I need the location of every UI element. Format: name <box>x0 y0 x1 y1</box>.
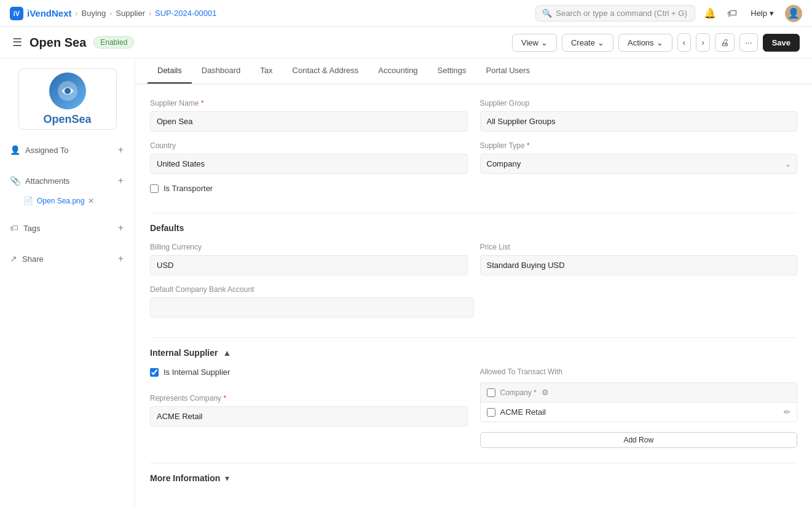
brand-icon: iV <box>10 7 23 20</box>
supplier-name-label: Supplier Name * <box>150 99 468 108</box>
is-internal-supplier-row: Is Internal Supplier <box>150 367 468 377</box>
supplier-type-value: Company <box>487 159 521 168</box>
billing-currency-label: Billing Currency <box>150 243 468 251</box>
supplier-name-group-row: Supplier Name * Supplier Group <box>150 99 797 132</box>
transact-header-checkbox[interactable] <box>487 388 495 397</box>
more-button[interactable]: ··· <box>739 33 758 52</box>
internal-supplier-row: Is Internal Supplier Represents Company … <box>150 367 797 448</box>
tags-button[interactable]: 🏷 <box>725 6 739 22</box>
country-input[interactable] <box>150 154 468 174</box>
more-info-title: More Information <box>150 473 220 483</box>
share-icon: ↗ <box>10 254 17 264</box>
more-info-collapse-icon[interactable]: ▾ <box>225 473 229 483</box>
page-title: Open Sea <box>30 36 86 50</box>
supplier-name-input[interactable] <box>150 111 468 132</box>
tab-dashboard[interactable]: Dashboard <box>192 58 251 84</box>
person-icon: 👤 <box>10 145 20 155</box>
internal-supplier-collapse-icon[interactable]: ▲ <box>223 348 231 358</box>
sidebar-tags-left: 🏷 Tags <box>10 223 40 233</box>
form-content: Supplier Name * Supplier Group Country <box>135 84 812 507</box>
sidebar-attachments-left: 📎 Attachments <box>10 176 69 186</box>
is-transporter-row: Is Transporter <box>150 184 797 193</box>
supplier-type-group: Supplier Type * Company ⌄ <box>480 141 798 174</box>
internal-supplier-title: Internal Supplier ▲ <box>150 348 797 358</box>
view-button[interactable]: View ⌄ <box>512 34 557 52</box>
add-attachment-button[interactable]: + <box>117 174 125 187</box>
search-bar[interactable]: 🔍 Search or type a command (Ctrl + G) <box>535 5 695 22</box>
supplier-type-select[interactable]: Company <box>480 154 798 174</box>
sidebar: OpenSea 👤 Assigned To + 📎 Attachments + <box>0 58 135 507</box>
breadcrumb-current: SUP-2024-00001 <box>155 9 216 18</box>
transact-acme-label: ACME Retail <box>500 407 546 417</box>
remove-attachment-button[interactable]: ✕ <box>88 197 94 205</box>
more-information-section[interactable]: More Information ▾ <box>150 473 797 483</box>
supplier-group-label: Supplier Group <box>480 99 798 108</box>
breadcrumb-supplier[interactable]: Supplier <box>116 9 145 18</box>
add-assigned-button[interactable]: + <box>117 143 125 157</box>
tab-contact-address[interactable]: Contact & Address <box>283 58 369 84</box>
save-label: Save <box>772 38 790 47</box>
brand-logo[interactable]: iV iVendNext <box>10 7 72 20</box>
help-label: Help <box>751 9 767 18</box>
print-button[interactable]: 🖨 <box>715 33 735 52</box>
create-label: Create <box>571 38 595 47</box>
view-label: View <box>521 38 538 47</box>
add-row-button[interactable]: Add Row <box>480 432 798 448</box>
topnav-right: 🔍 Search or type a command (Ctrl + G) 🔔 … <box>535 5 802 22</box>
bank-account-label: Default Company Bank Account <box>150 285 474 294</box>
represents-company-group: Represents Company * <box>150 394 468 426</box>
defaults-section: Defaults Billing Currency Price List Def… <box>150 223 797 318</box>
actions-button[interactable]: Actions ⌄ <box>618 34 672 52</box>
tab-accounting[interactable]: Accounting <box>368 58 427 84</box>
represents-company-input[interactable] <box>150 406 468 426</box>
sidebar-share-section: ↗ Share + <box>10 248 125 269</box>
price-list-input[interactable] <box>480 255 798 275</box>
save-button[interactable]: Save <box>763 34 800 52</box>
help-chevron-icon: ▾ <box>770 9 774 18</box>
create-button[interactable]: Create ⌄ <box>562 34 613 52</box>
actions-chevron-icon: ⌄ <box>656 38 663 47</box>
opensea-svg-icon <box>57 80 79 102</box>
country-label: Country <box>150 141 468 150</box>
billing-currency-input[interactable] <box>150 255 468 275</box>
prev-button[interactable]: ‹ <box>677 33 692 52</box>
divider-3 <box>150 463 797 463</box>
is-transporter-label: Is Transporter <box>164 184 213 193</box>
breadcrumb-sep-2: › <box>109 9 112 18</box>
supplier-group-input[interactable] <box>480 111 798 132</box>
is-internal-supplier-label: Is Internal Supplier <box>164 367 230 377</box>
add-share-button[interactable]: + <box>117 252 125 265</box>
next-button[interactable]: › <box>696 33 710 52</box>
represents-company-label: Represents Company * <box>150 394 468 403</box>
add-tag-button[interactable]: + <box>117 221 125 235</box>
tab-details[interactable]: Details <box>148 58 192 84</box>
attachment-link[interactable]: Open Sea.png <box>37 197 84 205</box>
breadcrumb-buying[interactable]: Buying <box>82 9 106 18</box>
sidebar-assigned-section: 👤 Assigned To + <box>10 140 125 160</box>
is-transporter-checkbox[interactable] <box>150 184 159 193</box>
is-internal-supplier-checkbox[interactable] <box>150 368 159 377</box>
supplier-type-required: * <box>527 141 530 150</box>
transact-header-row: Company * ⚙ <box>481 383 797 403</box>
brand-name: iVendNext <box>27 8 72 18</box>
supplier-logo: OpenSea <box>18 68 117 130</box>
supplier-basic-section: Supplier Name * Supplier Group Country <box>150 99 797 193</box>
transact-gear-button[interactable]: ⚙ <box>542 388 549 397</box>
create-chevron-icon: ⌄ <box>597 38 604 47</box>
price-list-label: Price List <box>480 243 798 251</box>
notifications-button[interactable]: 🔔 <box>701 5 719 22</box>
breadcrumb-area: iV iVendNext › Buying › Supplier › SUP-2… <box>10 7 216 20</box>
transact-acme-row: ACME Retail ✏ <box>481 403 797 422</box>
bank-account-input[interactable] <box>150 297 474 318</box>
share-label: Share <box>22 254 44 264</box>
sidebar-toggle-button[interactable]: ☰ <box>12 36 22 49</box>
tab-tax[interactable]: Tax <box>250 58 282 84</box>
transact-edit-button[interactable]: ✏ <box>784 407 790 417</box>
transact-acme-checkbox[interactable] <box>487 408 495 417</box>
tab-portal-users[interactable]: Portal Users <box>476 58 540 84</box>
sidebar-tags-section: 🏷 Tags + <box>10 218 125 238</box>
help-button[interactable]: Help ▾ <box>746 6 779 20</box>
supplier-name-required: * <box>201 99 204 108</box>
tab-settings[interactable]: Settings <box>428 58 476 84</box>
avatar[interactable]: 👤 <box>785 5 802 22</box>
